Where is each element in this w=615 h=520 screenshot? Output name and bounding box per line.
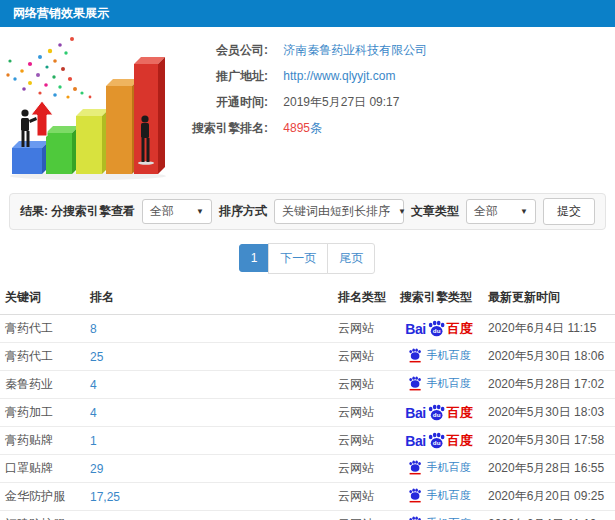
rank-link[interactable]: 8	[90, 322, 97, 336]
article-type-value: 全部	[474, 203, 498, 220]
info-label: 搜索引擎排名:	[176, 115, 268, 141]
rank-link[interactable]: 4	[90, 406, 97, 420]
rank-cell: 17,25	[85, 483, 333, 511]
updated-cell: 2020年5月28日 16:55	[483, 455, 615, 483]
pagination: 1下一页尾页	[0, 243, 615, 274]
info-label: 推广地址:	[176, 63, 268, 89]
info-row: 会员公司: 济南秦鲁药业科技有限公司	[176, 37, 615, 63]
updated-cell: 2020年5月30日 18:06	[483, 343, 615, 371]
rank-cell: 4	[85, 371, 333, 399]
chevron-down-icon: ▼	[196, 207, 204, 216]
table-row: 膏药代工 8 云网站 Baidu百度 2020年6月4日 11:15	[0, 315, 615, 343]
article-type-label: 文章类型	[411, 203, 459, 220]
engine-filter-select[interactable]: 全部 ▼	[142, 199, 212, 224]
engine-cell: 手机百度	[395, 371, 483, 399]
engine-cell: Baidu百度	[395, 427, 483, 455]
rank-cell: 8	[85, 315, 333, 343]
baidu-logo-icon: Baidu百度	[405, 320, 472, 338]
keyword-cell: 膏药加工	[0, 399, 85, 427]
updated-cell: 2020年6月4日 11:15	[483, 315, 615, 343]
updated-cell: 2020年6月20日 09:25	[483, 483, 615, 511]
page-title: 网络营销效果展示	[13, 6, 109, 20]
engine-cell: 手机百度	[395, 511, 483, 520]
mobile-baidu-icon: 手机百度	[408, 459, 471, 476]
info-value[interactable]: 济南秦鲁药业科技有限公司	[283, 43, 427, 57]
info-row: 开通时间: 2019年5月27日 09:17	[176, 89, 615, 115]
info-rows: 会员公司: 济南秦鲁药业科技有限公司 推广地址: http://www.qlyy…	[176, 27, 615, 141]
result-label: 结果:	[20, 203, 48, 220]
mobile-baidu-icon: 手机百度	[408, 515, 471, 520]
keyword-cell: 膏药贴牌	[0, 427, 85, 455]
article-type-select[interactable]: 全部 ▼	[466, 199, 536, 224]
table-header-row: 关键词排名排名类型搜索引擎类型最新更新时间	[0, 280, 615, 315]
updated-cell: 2020年5月30日 18:03	[483, 399, 615, 427]
page-link-1[interactable]: 下一页	[268, 243, 328, 274]
engine-cell: 手机百度	[395, 343, 483, 371]
keyword-cell: 口罩贴牌	[0, 455, 85, 483]
mobile-baidu-icon: 手机百度	[408, 347, 471, 364]
submit-button[interactable]: 提交	[543, 198, 595, 225]
rank-cell: 25	[85, 343, 333, 371]
bar-yellow	[76, 109, 109, 174]
baidu-logo-icon: Baidu百度	[405, 404, 472, 422]
keyword-cell: 膏药代工	[0, 315, 85, 343]
engine-cell: Baidu百度	[395, 399, 483, 427]
engine-cell: Baidu百度	[395, 315, 483, 343]
info-label: 开通时间:	[176, 89, 268, 115]
keyword-cell: 膏药代工	[0, 343, 85, 371]
info-label: 会员公司:	[176, 37, 268, 63]
info-value: 4895条	[283, 121, 322, 135]
info-section: 会员公司: 济南秦鲁药业科技有限公司 推广地址: http://www.qlyy…	[0, 27, 615, 189]
window-titlebar: 网络营销效果展示	[0, 0, 615, 27]
keyword-cell: 秦鲁药业	[0, 371, 85, 399]
info-row: 推广地址: http://www.qlyyjt.com	[176, 63, 615, 89]
baidu-logo-icon: Baidu百度	[405, 432, 472, 450]
column-header: 关键词	[0, 280, 85, 315]
rank-type-cell: 云网站	[333, 399, 395, 427]
updated-cell: 2020年6月4日 11:10	[483, 511, 615, 520]
bar-blue	[12, 141, 49, 174]
table-row: 金华防护服 17,25 云网站 手机百度 2020年6月20日 09:25	[0, 483, 615, 511]
rank-cell: 10	[85, 511, 333, 520]
filter-group: 分搜索引擎查看 全部 ▼ 排序方式 关键词由短到长排序 ▼ 文章类型 全部 ▼ …	[51, 198, 595, 225]
svg-text:du: du	[432, 327, 440, 334]
chevron-down-icon: ▼	[398, 207, 406, 216]
table-row: 秦鲁药业 4 云网站 手机百度 2020年5月28日 17:02	[0, 371, 615, 399]
engine-cell: 手机百度	[395, 455, 483, 483]
table-row: 口罩贴牌 29 云网站 手机百度 2020年5月28日 16:55	[0, 455, 615, 483]
filter-bar: 结果: 分搜索引擎查看 全部 ▼ 排序方式 关键词由短到长排序 ▼ 文章类型 全…	[9, 193, 606, 230]
page-current[interactable]: 1	[239, 244, 270, 272]
table-body: 膏药代工 8 云网站 Baidu百度 2020年6月4日 11:15 膏药代工 …	[0, 315, 615, 520]
rank-type-cell: 云网站	[333, 455, 395, 483]
rank-cell: 4	[85, 399, 333, 427]
rank-link[interactable]: 1	[90, 434, 97, 448]
bar-chart-illustration	[0, 31, 172, 183]
rank-link[interactable]: 17,25	[90, 490, 120, 504]
info-row: 搜索引擎排名: 4895条	[176, 115, 615, 141]
page-link-2[interactable]: 尾页	[327, 243, 375, 274]
info-value[interactable]: http://www.qlyyjt.com	[283, 69, 395, 83]
svg-text:du: du	[432, 411, 440, 418]
column-header: 搜索引擎类型	[395, 280, 483, 315]
rank-type-cell: 云网站	[333, 483, 395, 511]
svg-text:du: du	[432, 439, 440, 446]
engine-filter-value: 全部	[150, 203, 174, 220]
rank-type-cell: 云网站	[333, 315, 395, 343]
table-row: 膏药代工 25 云网站 手机百度 2020年5月30日 18:06	[0, 343, 615, 371]
bar-green	[46, 126, 79, 174]
results-table: 关键词排名排名类型搜索引擎类型最新更新时间 膏药代工 8 云网站 Baidu百度…	[0, 280, 615, 520]
engine-cell: 手机百度	[395, 483, 483, 511]
engine-filter-label: 分搜索引擎查看	[51, 203, 135, 220]
rank-type-cell: 云网站	[333, 343, 395, 371]
mobile-baidu-icon: 手机百度	[408, 487, 471, 504]
updated-cell: 2020年5月28日 17:02	[483, 371, 615, 399]
table-row: 膏药加工 4 云网站 Baidu百度 2020年5月30日 18:03	[0, 399, 615, 427]
info-value: 2019年5月27日 09:17	[283, 95, 399, 109]
rank-link[interactable]: 4	[90, 378, 97, 392]
rank-link[interactable]: 25	[90, 350, 103, 364]
rank-type-cell: 云网站	[333, 511, 395, 520]
keyword-cell: 金华防护服	[0, 483, 85, 511]
rank-link[interactable]: 29	[90, 462, 103, 476]
chevron-down-icon: ▼	[520, 207, 528, 216]
sort-filter-select[interactable]: 关键词由短到长排序 ▼	[274, 199, 404, 224]
